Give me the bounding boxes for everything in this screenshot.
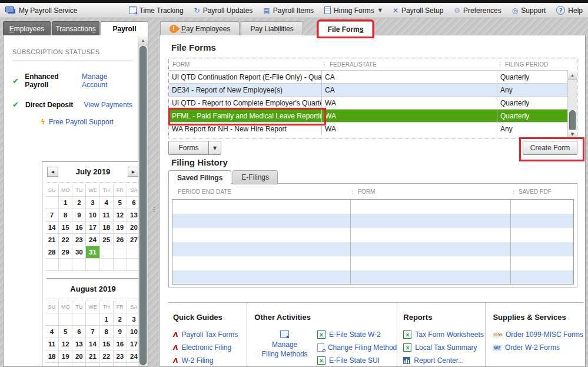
tab-pay-liabilities[interactable]: Pay Liabilities xyxy=(241,21,303,35)
view-payments-link[interactable]: View Payments xyxy=(84,101,132,109)
table-row[interactable]: PFML - Paid Family and Medical Leave Rep… xyxy=(169,109,577,122)
calendar-day[interactable]: 25 xyxy=(100,234,114,246)
scrollbar-thumb[interactable] xyxy=(569,110,576,131)
dropdown-arrow-icon[interactable]: ▼ xyxy=(208,141,221,154)
calendar-day[interactable]: 11 xyxy=(45,338,59,351)
calendar-day[interactable]: 16 xyxy=(114,338,127,351)
calendar-day[interactable]: 19 xyxy=(114,221,127,234)
calendar-day[interactable]: 4 xyxy=(45,326,59,338)
create-form-button[interactable]: Create Form xyxy=(523,141,577,155)
change-filing-method-link[interactable]: Change Filing Method xyxy=(317,343,397,352)
calendar-day[interactable]: 30 xyxy=(72,246,86,259)
calendar-day[interactable]: 30 xyxy=(114,363,127,366)
calendar-prev-icon[interactable]: ◀ xyxy=(47,167,58,177)
scroll-down-icon[interactable]: ▼ xyxy=(568,130,577,138)
toolbar-item-hiring-forms[interactable]: Hiring Forms ▼ xyxy=(319,3,387,18)
forms-dropdown-button[interactable]: Forms ▼ xyxy=(168,141,221,155)
calendar-day[interactable]: 3 xyxy=(86,197,99,209)
scroll-up-icon[interactable]: ▲ xyxy=(568,70,577,80)
calendar-day[interactable]: 24 xyxy=(86,234,99,246)
calendar-day[interactable]: 28 xyxy=(45,246,59,259)
calendar-day[interactable]: 13 xyxy=(127,209,138,221)
report-center-link[interactable]: Report Center... xyxy=(403,356,485,365)
calendar-day[interactable]: 14 xyxy=(86,338,99,351)
tab-transactions[interactable]: Transactions xyxy=(52,21,99,35)
calendar-day[interactable]: 8 xyxy=(59,209,72,221)
toolbar-item-preferences[interactable]: ⚙ Preferences xyxy=(449,3,506,18)
manage-account-link[interactable]: Manage Account xyxy=(82,72,132,89)
splitter-handle-icon[interactable]: ⋮ xyxy=(151,206,156,213)
calendar-day[interactable]: 20 xyxy=(72,351,86,363)
tab-payroll[interactable]: Payroll xyxy=(101,21,148,35)
calendar-day[interactable]: 11 xyxy=(100,209,114,221)
toolbar-item-support[interactable]: ◎ Support xyxy=(507,3,552,18)
w2-filing-link[interactable]: Λ W-2 Filing xyxy=(173,356,247,365)
calendar-day[interactable]: 12 xyxy=(114,209,127,221)
efile-state-sui-link[interactable]: X E-File State SUI xyxy=(317,356,397,365)
calendar-day[interactable]: 21 xyxy=(45,234,59,246)
payroll-tax-forms-link[interactable]: Λ Payroll Tax Forms xyxy=(173,330,247,339)
calendar-day[interactable]: 9 xyxy=(72,209,86,221)
calendar-day[interactable]: 28 xyxy=(86,363,99,366)
scroll-up-icon[interactable]: ▲ xyxy=(138,35,148,45)
calendar-day[interactable]: 7 xyxy=(86,326,99,338)
toolbar-item-payroll-setup[interactable]: ✕ Payroll Setup xyxy=(387,3,449,18)
calendar-day[interactable]: 1 xyxy=(100,313,114,326)
calendar-day[interactable]: 24 xyxy=(127,351,138,363)
tab-employees[interactable]: Employees xyxy=(3,21,51,35)
calendar-day[interactable]: 9 xyxy=(114,326,127,338)
table-row[interactable]: UI QTD Continuation Report (E-File Only)… xyxy=(169,70,577,83)
calendar-day[interactable]: 31 xyxy=(86,246,99,259)
calendar-day[interactable]: 15 xyxy=(59,221,72,234)
calendar-day[interactable]: 2 xyxy=(72,197,86,209)
calendar-day[interactable]: 26 xyxy=(114,234,127,246)
calendar-day[interactable]: 17 xyxy=(127,338,138,351)
calendar-day[interactable]: 27 xyxy=(127,234,138,246)
table-scrollbar[interactable]: ▲ ▼ xyxy=(567,70,577,138)
tab-e-filings[interactable]: E-Filings xyxy=(232,170,278,184)
manage-filing-methods-link[interactable]: Manage Filing Methods xyxy=(254,330,315,367)
calendar-day[interactable]: 1 xyxy=(59,197,72,209)
toolbar-item-payroll-updates[interactable]: ↻ Payroll Updates xyxy=(189,3,258,18)
calendar-day[interactable]: 6 xyxy=(127,197,138,209)
tab-pay-employees[interactable]: ! Pay Employees xyxy=(160,21,240,35)
calendar-day[interactable]: 22 xyxy=(100,351,114,363)
calendar-day[interactable]: 10 xyxy=(86,209,99,221)
calendar-day[interactable]: 25 xyxy=(45,363,59,366)
calendar-day[interactable]: 21 xyxy=(86,351,99,363)
tab-file-forms[interactable]: File Forms xyxy=(318,21,373,37)
calendar-day[interactable]: 16 xyxy=(72,221,86,234)
tax-form-worksheets-link[interactable]: X Tax Form Worksheets xyxy=(403,330,485,339)
sidebar-scrollbar[interactable]: ▲ xyxy=(138,35,148,366)
electronic-filing-link[interactable]: Λ Electronic Filing xyxy=(173,343,247,352)
toolbar-item-payroll-items[interactable]: ▤ Payroll Items xyxy=(258,3,319,18)
calendar-day[interactable]: 23 xyxy=(114,351,127,363)
calendar-day[interactable]: 13 xyxy=(72,338,86,351)
calendar-day[interactable]: 7 xyxy=(45,209,59,221)
free-payroll-support-link[interactable]: Free Payroll Support xyxy=(49,118,114,126)
calendar-day[interactable]: 18 xyxy=(45,351,59,363)
calendar-day[interactable]: 5 xyxy=(59,326,72,338)
table-row[interactable]: UI QTD - Report to Complete Employer's Q… xyxy=(169,96,577,109)
calendar-day[interactable]: 5 xyxy=(114,197,127,209)
calendar-day[interactable]: 27 xyxy=(72,363,86,366)
calendar-day[interactable]: 17 xyxy=(86,221,99,234)
calendar-day[interactable]: 31 xyxy=(127,363,138,366)
calendar-day[interactable]: 15 xyxy=(100,338,114,351)
calendar-day[interactable]: 22 xyxy=(59,234,72,246)
toolbar-item-time-tracking[interactable]: Time Tracking xyxy=(124,3,189,18)
calendar-day[interactable]: 29 xyxy=(100,363,114,366)
calendar-next-icon[interactable]: ▶ xyxy=(128,167,138,177)
toolbar-item-help[interactable]: ? Help xyxy=(551,3,588,18)
calendar-day[interactable]: 19 xyxy=(59,351,72,363)
calendar-day[interactable]: 10 xyxy=(127,326,138,338)
calendar-day[interactable]: 14 xyxy=(45,221,59,234)
local-tax-summary-link[interactable]: X Local Tax Summary xyxy=(403,343,485,352)
calendar-day[interactable]: 20 xyxy=(127,221,138,234)
calendar-day[interactable]: 26 xyxy=(59,363,72,366)
tab-saved-filings[interactable]: Saved Filings xyxy=(168,170,231,185)
calendar-day[interactable]: 2 xyxy=(114,313,127,326)
calendar-day[interactable]: 8 xyxy=(100,326,114,338)
toolbar-item-my-payroll-service[interactable]: My Payroll Service xyxy=(0,3,82,18)
calendar-day[interactable]: 18 xyxy=(100,221,114,234)
